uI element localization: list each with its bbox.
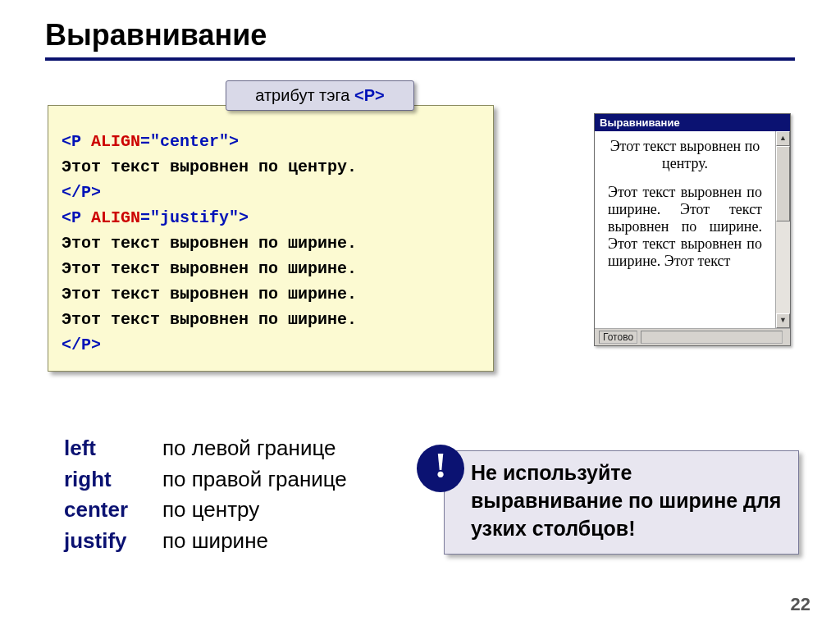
code-attr: ALIGN [91,132,140,151]
code-tag-open: <P [62,132,91,151]
code-attr-value: ="center"> [140,132,239,151]
code-line: Этот текст выровнен по центру. [62,154,480,180]
browser-content: Этот текст выровнен по центру. Этот текс… [595,131,775,328]
align-description: по левой границе [162,436,336,460]
code-line: Этот текст выровнен по ширине. [62,281,480,307]
code-line: </P> [62,332,480,358]
code-attr-value: ="justify"> [140,208,249,227]
scrollbar-track[interactable] [776,146,790,313]
browser-status-bar: Готово [595,328,790,345]
preview-centered-paragraph: Этот текст выровнен по центру. [608,138,762,172]
align-description: по ширине [162,528,268,553]
align-keyword: left [64,433,162,464]
browser-body: Этот текст выровнен по центру. Этот текс… [595,131,790,328]
code-line: Этот текст выровнен по ширине. [62,256,480,281]
alignment-values-list: leftпо левой границе rightпо правой гран… [64,433,347,557]
code-tag-open: <P [62,208,91,227]
code-attr: ALIGN [91,208,140,227]
code-tag-close: </P> [62,336,101,354]
align-keyword: right [64,464,162,495]
align-description: по правой границе [162,467,347,491]
page-number: 22 [791,594,810,615]
code-line: Этот текст выровнен по ширине. [62,231,480,256]
warning-box: Не используйте выравнивание по ширине дл… [444,450,799,555]
exclamation-icon: ! [417,445,464,492]
scroll-up-icon[interactable]: ▲ [776,131,790,146]
scrollbar-thumb[interactable] [776,146,790,221]
attribute-callout: атрибут тэга <P> [226,80,414,111]
attr-callout-tag: <P> [354,86,385,104]
align-row: leftпо левой границе [64,433,347,464]
code-line: </P> [62,180,480,205]
align-keyword: center [64,495,162,526]
scroll-down-icon[interactable]: ▼ [776,313,790,328]
status-spacer [641,331,783,344]
code-line: <P ALIGN="center"> [62,129,480,154]
align-keyword: justify [64,526,162,557]
align-row: centerпо центру [64,495,347,526]
browser-preview-window: Выравнивание Этот текст выровнен по цент… [594,113,791,346]
preview-justified-paragraph: Этот текст выровнен по ширине. Этот текс… [608,184,762,270]
align-description: по центру [162,497,259,522]
vertical-scrollbar[interactable]: ▲ ▼ [775,131,790,328]
status-text: Готово [599,331,637,344]
attr-callout-text: атрибут тэга [255,86,354,104]
code-line: <P ALIGN="justify"> [62,205,480,231]
title-underline [45,57,795,61]
align-row: justifyпо ширине [64,526,347,557]
browser-titlebar: Выравнивание [595,114,790,131]
code-tag-close: </P> [62,183,101,202]
code-line: Этот текст выровнен по ширине. [62,307,480,332]
code-example-box: <P ALIGN="center"> Этот текст выровнен п… [48,105,494,372]
slide-title: Выравнивание [0,0,840,57]
align-row: rightпо правой границе [64,464,347,495]
